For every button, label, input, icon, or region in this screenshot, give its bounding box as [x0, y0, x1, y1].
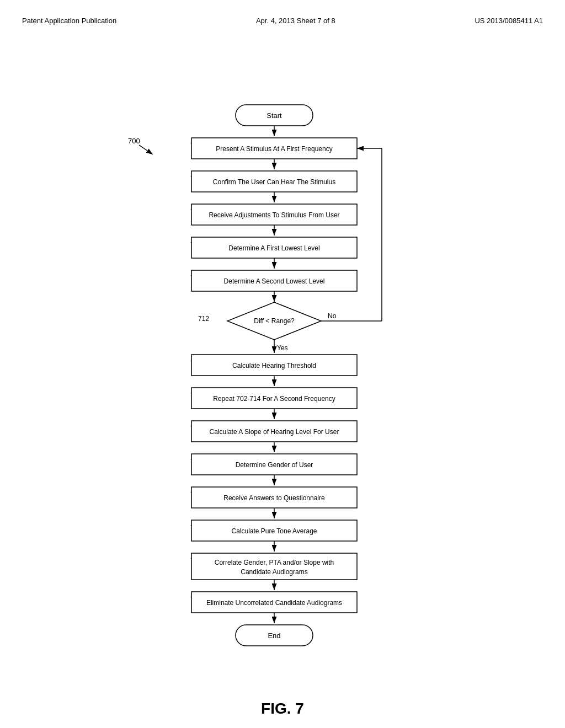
- node-702-text: Present A Stimulus At A First Frequency: [216, 145, 332, 153]
- label-700: 700: [128, 137, 140, 145]
- diagram-area: 700 Start 702 Present A Stimulus At A Fi…: [22, 47, 543, 718]
- node-728-text: Eliminate Uncorrelated Candidate Audiogr…: [206, 599, 342, 607]
- node-708-text: Determine A First Lowest Level: [228, 244, 319, 252]
- label-yes: Yes: [277, 344, 288, 352]
- node-end-text: End: [268, 631, 280, 640]
- node-706-text: Receive Adjustments To Stimulus From Use…: [209, 211, 339, 219]
- node-724-text: Calculate Pure Tone Average: [232, 527, 317, 535]
- header-left: Patent Application Publication: [22, 17, 116, 25]
- node-726-text-1: Correlate Gender, PTA and/or Slope with: [215, 559, 334, 566]
- node-726-text-2: Candidate Audiograms: [241, 568, 307, 576]
- label-712: 712: [198, 315, 209, 323]
- node-714-text: Calculate Hearing Threshold: [232, 362, 316, 370]
- arrow-700: [139, 145, 153, 154]
- flowchart: 700 Start 702 Present A Stimulus At A Fi…: [89, 47, 476, 681]
- node-710-text: Determine A Second Lowest Level: [224, 277, 325, 285]
- fig-label: FIG. 7: [261, 700, 304, 718]
- node-704-text: Confirm The User Can Hear The Stimulus: [213, 178, 335, 186]
- page: Patent Application Publication Apr. 4, 2…: [0, 0, 565, 728]
- node-712-text: Diff < Range?: [254, 317, 295, 325]
- label-no: No: [328, 312, 337, 320]
- header: Patent Application Publication Apr. 4, 2…: [22, 11, 543, 36]
- node-720-text: Determine Gender of User: [236, 461, 313, 469]
- header-right: US 2013/0085411 A1: [475, 17, 543, 25]
- header-center: Apr. 4, 2013 Sheet 7 of 8: [256, 17, 335, 25]
- node-718-text: Calculate A Slope of Hearing Level For U…: [210, 428, 339, 436]
- flowchart-svg: 700 Start 702 Present A Stimulus At A Fi…: [89, 47, 476, 683]
- node-716-text: Repeat 702-714 For A Second Frequency: [213, 395, 335, 403]
- node-start-text: Start: [266, 111, 282, 120]
- node-722-text: Receive Answers to Questionnaire: [223, 494, 325, 502]
